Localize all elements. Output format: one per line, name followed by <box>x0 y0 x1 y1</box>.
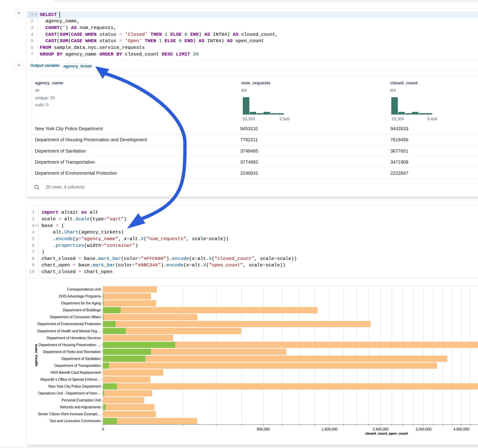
svg-text:Department of Housing Preserva: Department of Housing Preservation … <box>38 343 101 347</box>
svg-text:1,600,000: 1,600,000 <box>322 427 338 431</box>
svg-text:Refunds and Adjustments: Refunds and Adjustments <box>60 405 101 409</box>
svg-text:Mayorâ€ s Office of Special En: Mayorâ€ s Office of Special Enforce… <box>40 378 101 381</box>
svg-text:Department of Parks and Recrea: Department of Parks and Recreation <box>43 350 101 354</box>
svg-text:Department of Transportation: Department of Transportation <box>54 364 101 367</box>
svg-text:agency_name: agency_name <box>34 344 38 367</box>
svg-text:Operations Unit - Department o: Operations Unit - Department of Hom… <box>38 391 101 395</box>
svg-text:2,400,000: 2,400,000 <box>373 427 389 431</box>
svg-text:3,200,000: 3,200,000 <box>415 427 431 431</box>
svg-text:Taxi and Limousine Commission: Taxi and Limousine Commission <box>50 419 101 423</box>
svg-text:Department of Health and Menta: Department of Health and Mental Hyg… <box>37 329 101 333</box>
svg-text:Department of Environmental Pr: Department of Environmental Protection <box>37 322 101 326</box>
svg-text:Department of Consumer Affairs: Department of Consumer Affairs <box>50 315 101 319</box>
svg-text:HRA Benefit Card Replacement: HRA Benefit Card Replacement <box>50 371 101 374</box>
svg-text:Department of Buildings: Department of Buildings <box>63 308 101 312</box>
svg-text:800,000: 800,000 <box>257 427 270 431</box>
svg-text:0: 0 <box>102 427 104 431</box>
svg-text:New York City Police Departmen: New York City Police Department <box>48 384 101 388</box>
svg-text:Correspondence Unit: Correspondence Unit <box>67 287 101 291</box>
svg-text:closed_count, open_count: closed_count, open_count <box>365 431 408 435</box>
svg-text:Department for the Aging: Department for the Aging <box>61 301 101 305</box>
svg-text:Department of Homeless Service: Department of Homeless Services <box>47 336 101 340</box>
svg-text:Senior Citizen Rent Increase E: Senior Citizen Rent Increase Exempti… <box>38 412 101 416</box>
svg-text:Personal Exemption Unit: Personal Exemption Unit <box>62 398 101 402</box>
svg-text:4,000,000: 4,000,000 <box>453 427 469 431</box>
svg-text:Department of Sanitation: Department of Sanitation <box>61 357 101 361</box>
svg-text:DHS Advantage Programs: DHS Advantage Programs <box>59 294 101 298</box>
